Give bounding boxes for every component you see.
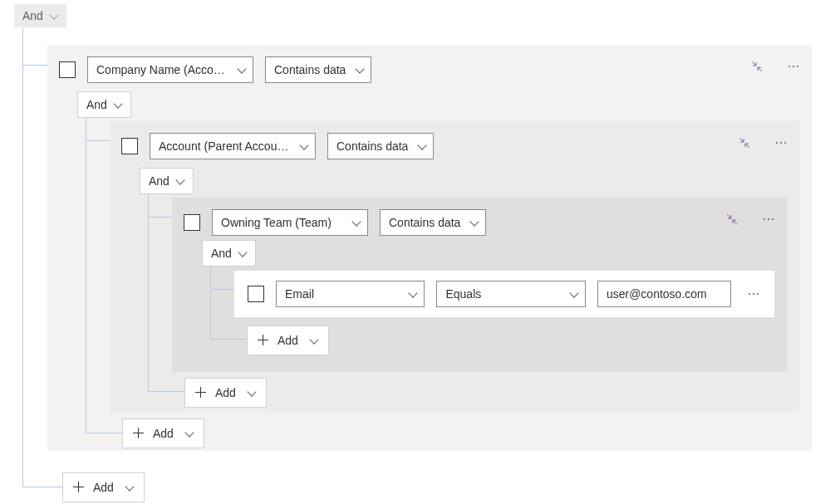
tree-line — [86, 118, 109, 141]
chevron-down-icon — [570, 290, 578, 298]
logic-dropdown[interactable]: And — [202, 240, 256, 267]
field-dropdown-owning-team[interactable]: Owning Team (Team) — [212, 209, 368, 236]
tree-line — [22, 27, 47, 66]
dropdown-label: Equals — [445, 287, 481, 301]
chevron-down-icon — [238, 249, 247, 257]
more-icon — [760, 213, 777, 226]
root-logic-label: And — [22, 9, 43, 22]
add-label: Add — [93, 481, 114, 494]
group-checkbox[interactable] — [121, 138, 138, 154]
root-logic-dropdown[interactable]: And — [14, 4, 66, 27]
dropdown-label: Email — [285, 287, 314, 301]
add-label: Add — [277, 334, 298, 347]
add-label: Add — [215, 386, 236, 399]
chevron-down-icon — [50, 12, 58, 20]
chevron-down-icon — [352, 218, 361, 227]
chevron-down-icon — [125, 483, 134, 492]
add-button[interactable]: Add — [184, 378, 267, 408]
collapse-icon — [750, 60, 764, 73]
plus-icon — [195, 387, 207, 399]
operator-dropdown-contains-data[interactable]: Contains data — [380, 209, 486, 236]
tree-line — [148, 194, 171, 218]
plus-icon — [133, 428, 145, 439]
dropdown-label: Contains data — [389, 216, 460, 229]
condition-checkbox[interactable] — [248, 286, 264, 302]
filter-group-company-name: Company Name (Accou... Contains data And — [47, 45, 812, 451]
dropdown-label: Contains data — [274, 63, 346, 76]
collapse-button[interactable] — [745, 55, 769, 78]
chevron-down-icon — [238, 66, 246, 74]
more-actions-button[interactable] — [757, 208, 780, 231]
collapse-button[interactable] — [720, 208, 744, 231]
chevron-down-icon — [418, 142, 426, 150]
chevron-down-icon — [114, 100, 122, 109]
dropdown-label: Account (Parent Account) — [159, 139, 290, 153]
more-icon — [785, 60, 802, 73]
dropdown-label: Owning Team (Team) — [221, 216, 332, 229]
chevron-down-icon — [185, 429, 194, 438]
filter-group-parent-account: Account (Parent Account) Contains data A… — [110, 121, 799, 412]
tree-line — [210, 267, 233, 290]
dropdown-label: Company Name (Accou... — [96, 63, 228, 76]
plus-icon — [258, 335, 269, 346]
add-button[interactable]: Add — [122, 418, 204, 448]
operator-dropdown-contains-data[interactable]: Contains data — [327, 133, 434, 159]
input-value: user@contoso.com — [607, 287, 707, 301]
collapse-button[interactable] — [733, 131, 756, 154]
group-checkbox[interactable] — [184, 214, 200, 231]
chevron-down-icon — [356, 66, 364, 74]
chevron-down-icon — [310, 336, 318, 345]
chevron-down-icon — [470, 218, 479, 227]
logic-label: And — [86, 98, 107, 111]
field-dropdown-parent-account[interactable]: Account (Parent Account) — [150, 133, 316, 159]
collapse-icon — [725, 213, 739, 226]
add-button-root[interactable]: Add — [62, 472, 145, 502]
dropdown-label: Contains data — [336, 139, 408, 153]
add-button[interactable]: Add — [247, 325, 329, 355]
operator-dropdown-contains-data[interactable]: Contains data — [265, 56, 371, 83]
more-actions-button[interactable] — [743, 282, 764, 306]
logic-label: And — [211, 247, 232, 260]
collapse-icon — [738, 136, 751, 149]
chevron-down-icon — [300, 142, 308, 150]
value-input-email[interactable]: user@contoso.com — [597, 281, 731, 307]
field-dropdown-company-name[interactable]: Company Name (Accou... — [87, 56, 253, 83]
chevron-down-icon — [409, 290, 417, 298]
chevron-down-icon — [176, 177, 184, 185]
operator-dropdown-equals[interactable]: Equals — [436, 281, 585, 307]
filter-condition-email: Email Equals user@contoso.com — [234, 271, 774, 317]
more-icon — [773, 136, 789, 149]
more-actions-button[interactable] — [782, 55, 805, 78]
field-dropdown-email[interactable]: Email — [276, 281, 425, 307]
logic-label: And — [149, 174, 169, 188]
group-checkbox[interactable] — [59, 61, 76, 78]
logic-dropdown[interactable]: And — [77, 91, 131, 118]
logic-dropdown[interactable]: And — [140, 168, 194, 194]
chevron-down-icon — [248, 389, 256, 397]
more-icon — [745, 287, 762, 301]
more-actions-button[interactable] — [769, 131, 793, 154]
add-label: Add — [153, 427, 174, 440]
filter-group-owning-team: Owning Team (Team) Contains data And — [172, 198, 787, 372]
plus-icon — [73, 482, 85, 493]
